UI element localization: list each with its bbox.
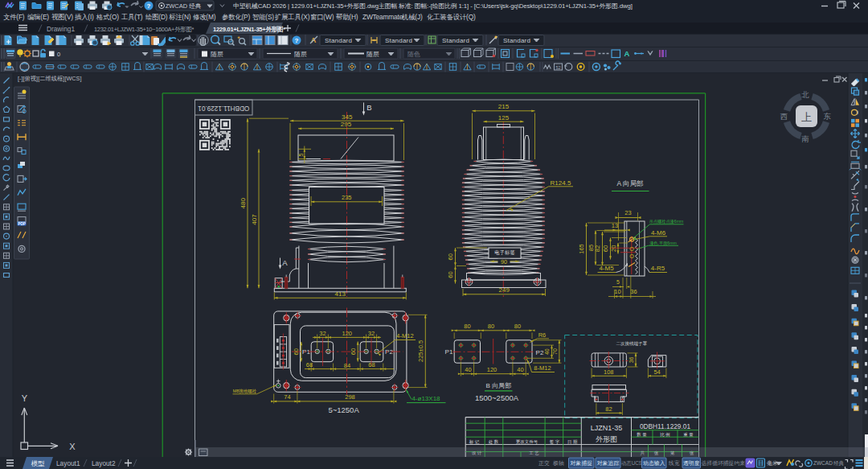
svg-text:0DBH11.1229.01: 0DBH11.1229.01 — [640, 422, 690, 430]
svg-text:52: 52 — [555, 65, 560, 70]
svg-text:80: 80 — [514, 323, 521, 330]
svg-text:正交: 正交 — [538, 460, 550, 467]
svg-text:P2: P2 — [536, 349, 544, 356]
svg-text:5: 5 — [616, 279, 620, 285]
svg-text:120: 120 — [342, 330, 353, 337]
svg-text:165: 165 — [578, 244, 585, 254]
svg-text:13: 13 — [612, 222, 618, 229]
svg-text:P1: P1 — [445, 348, 453, 356]
svg-text:215: 215 — [498, 103, 510, 110]
svg-text:Y: Y — [22, 393, 28, 403]
svg-text:68: 68 — [306, 361, 313, 368]
svg-text:80: 80 — [488, 323, 494, 330]
svg-text:数 量: 数 量 — [637, 432, 647, 437]
svg-text:随层: 随层 — [211, 51, 223, 58]
svg-text:298: 298 — [345, 393, 355, 401]
svg-text:更改文件号: 更改文件号 — [516, 439, 538, 444]
svg-text:90: 90 — [501, 258, 507, 265]
svg-text:249: 249 — [499, 286, 510, 294]
svg-text:Standard: Standard — [325, 37, 352, 44]
svg-text:外形图: 外形图 — [596, 435, 617, 443]
svg-text:80: 80 — [464, 323, 470, 330]
svg-text:4-ø13X18: 4-ø13X18 — [411, 395, 440, 402]
svg-text:对象追踪: 对象追踪 — [597, 460, 620, 466]
svg-text:动态输入: 动态输入 — [643, 460, 665, 467]
svg-text:32: 32 — [319, 330, 326, 337]
svg-text:82: 82 — [594, 245, 601, 252]
svg-text:345: 345 — [342, 113, 353, 121]
svg-text:120: 120 — [487, 366, 497, 373]
svg-text:108: 108 — [604, 368, 614, 376]
svg-text:20: 20 — [610, 245, 617, 252]
svg-text:上: 上 — [801, 111, 812, 123]
svg-text:A: A — [282, 258, 288, 267]
svg-text:视图(V): 视图(V) — [51, 13, 73, 21]
svg-text:随层: 随层 — [366, 51, 379, 58]
svg-text:68: 68 — [368, 361, 375, 368]
svg-text:Standard: Standard — [385, 37, 412, 44]
svg-text:480: 480 — [240, 198, 247, 209]
svg-text:4-M5: 4-M5 — [599, 265, 614, 272]
svg-text:模型: 模型 — [31, 459, 45, 467]
svg-text:X: X — [69, 442, 76, 451]
svg-text:签 字: 签 字 — [550, 439, 560, 445]
svg-text:西: 西 — [780, 112, 788, 121]
svg-text:对象捕捉: 对象捕捉 — [570, 460, 592, 467]
svg-text:74: 74 — [284, 393, 290, 401]
svg-text:413: 413 — [335, 290, 346, 298]
svg-text:漆色,平面6mm: 漆色,平面6mm — [649, 241, 677, 246]
svg-text:二次接线端子罩: 二次接线端子罩 — [616, 341, 647, 346]
svg-text:1500~2500A: 1500~2500A — [475, 393, 519, 402]
svg-text:84: 84 — [344, 362, 350, 369]
svg-text:82: 82 — [605, 405, 612, 413]
svg-text:32: 32 — [368, 330, 375, 337]
svg-text:60: 60 — [447, 253, 454, 260]
svg-text:毫米: 毫米 — [767, 460, 778, 466]
svg-text:经典: 经典 — [833, 460, 845, 467]
svg-text:POP: POP — [18, 222, 26, 226]
svg-text:4-M12: 4-M12 — [396, 332, 413, 339]
svg-text:70: 70 — [552, 348, 558, 355]
svg-text:[-][俯视][二维线框][WCS]: [-][俯视][二维线框][WCS] — [18, 75, 81, 82]
svg-text:选择循环: 选择循环 — [701, 460, 723, 467]
svg-text:60: 60 — [447, 271, 454, 278]
svg-text:4-R5: 4-R5 — [651, 265, 665, 272]
svg-text:Drawing1: Drawing1 — [47, 25, 75, 33]
svg-text:ZWTeammate: ZWTeammate — [362, 13, 403, 21]
svg-text:标 记: 标 记 — [469, 439, 480, 445]
svg-text:60: 60 — [293, 348, 300, 355]
svg-text:?: ? — [295, 37, 299, 44]
svg-text:40: 40 — [465, 366, 471, 373]
svg-text:M8接地螺栓: M8接地螺栓 — [233, 389, 257, 394]
svg-text:A: A — [624, 49, 630, 58]
svg-text:Standard: Standard — [442, 37, 469, 44]
svg-text:A 向局部: A 向局部 — [616, 179, 643, 187]
svg-text:随层: 随层 — [294, 51, 307, 58]
svg-text:吊点螺栓点漆6mm: 吊点螺栓点漆6mm — [649, 219, 684, 224]
svg-text:处 数: 处 数 — [489, 439, 499, 445]
svg-text:ODBH11.1229.01: ODBH11.1229.01 — [198, 105, 249, 112]
svg-text:文件(F): 文件(F) — [3, 13, 25, 21]
svg-text:23: 23 — [624, 209, 631, 216]
svg-text:0: 0 — [57, 51, 60, 58]
svg-text:极轴: 极轴 — [552, 460, 564, 467]
svg-text:参数化(P): 参数化(P) — [222, 13, 251, 21]
svg-text:295: 295 — [341, 121, 352, 128]
svg-text:绘图(D): 绘图(D) — [145, 13, 168, 21]
svg-text:5~1250A: 5~1250A — [328, 405, 359, 414]
svg-text:Layout2: Layout2 — [92, 459, 116, 467]
svg-text:407: 407 — [251, 214, 258, 225]
svg-text:R124.5: R124.5 — [551, 179, 571, 187]
svg-text:中望机械CAD 2026 | 1229.01+LJZN1-3: 中望机械CAD 2026 | 1229.01+LJZN1-35+外形图.dwg主… — [233, 2, 633, 10]
svg-text:10: 10 — [614, 288, 620, 295]
svg-text:B: B — [366, 103, 371, 112]
svg-text:5: 5 — [298, 153, 304, 156]
svg-text:R6: R6 — [538, 331, 547, 339]
svg-text:重 量: 重 量 — [683, 432, 694, 437]
svg-text:透明度: 透明度 — [683, 460, 700, 467]
svg-text:工具(T): 工具(T) — [121, 13, 143, 21]
svg-text:ZWCAD 经典: ZWCAD 经典 — [166, 2, 202, 10]
svg-text:?: ? — [147, 2, 151, 10]
svg-text:日 期: 日 期 — [567, 439, 578, 445]
svg-text:修改(M): 修改(M) — [193, 13, 216, 21]
